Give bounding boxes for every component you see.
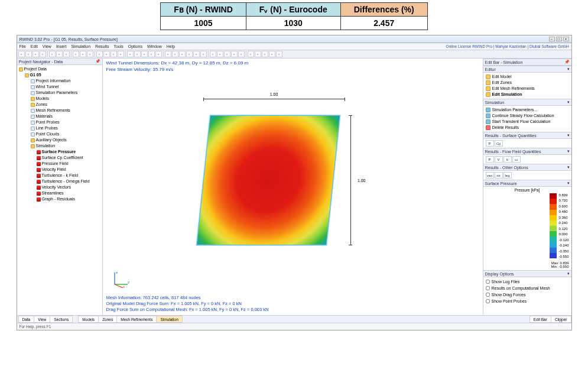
- collapse-icon[interactable]: ▾: [567, 149, 570, 154]
- edit-zones-button[interactable]: Edit Zones: [492, 80, 512, 85]
- edit-mesh-button[interactable]: Edit Mesh Refinements: [492, 86, 535, 90]
- top-icon[interactable]: ▫: [148, 51, 155, 57]
- continue-steady-button[interactable]: Continue Steady Flow Calculation: [492, 113, 554, 118]
- tab-view[interactable]: View: [34, 316, 50, 323]
- pan-icon[interactable]: ▫: [111, 51, 117, 57]
- zoom-win-icon[interactable]: ▫: [103, 51, 110, 57]
- nav-model-root[interactable]: G1 05: [30, 73, 41, 77]
- nav-item[interactable]: Pressure Field: [42, 161, 69, 166]
- mesh-icon[interactable]: ▫: [155, 51, 162, 57]
- undo-icon[interactable]: ▫: [49, 51, 56, 57]
- menu-options[interactable]: Options: [128, 44, 142, 48]
- menu-edit[interactable]: Edit: [31, 44, 38, 48]
- play-icon[interactable]: ▫: [210, 51, 216, 57]
- collapse-icon[interactable]: ▾: [567, 165, 570, 170]
- nav-item[interactable]: Project Information: [36, 79, 71, 83]
- axes-icon[interactable]: ▫: [238, 51, 245, 57]
- zoom-all-icon[interactable]: ▫: [96, 51, 103, 57]
- tab-zones[interactable]: Zones: [98, 316, 117, 323]
- menu-view[interactable]: View: [43, 44, 51, 48]
- snap-icon[interactable]: ▫: [255, 51, 261, 57]
- rotate-icon[interactable]: ▫: [118, 51, 124, 57]
- print-icon[interactable]: ▫: [40, 51, 46, 57]
- sim-params-button[interactable]: Simulation Parameters...: [492, 108, 538, 112]
- save-icon[interactable]: ▫: [33, 51, 39, 57]
- nav-item[interactable]: Zones: [36, 102, 47, 106]
- other-str-button[interactable]: str: [495, 172, 503, 179]
- nav-item[interactable]: Graph - Residuals: [42, 197, 75, 201]
- flow-ω-button[interactable]: ω: [512, 156, 521, 163]
- tab-clipper[interactable]: Clipper: [551, 316, 571, 323]
- nav-item[interactable]: Simulation Parameters: [36, 90, 78, 95]
- redo-icon[interactable]: ▫: [56, 51, 63, 57]
- show-drag-checkbox[interactable]: Show Drag Forces: [486, 291, 569, 298]
- light-icon[interactable]: ▫: [248, 51, 254, 57]
- wire-icon[interactable]: ▫: [165, 51, 171, 57]
- collapse-icon[interactable]: ▾: [567, 67, 570, 72]
- collapse-icon[interactable]: ▾: [567, 100, 570, 105]
- info-icon[interactable]: ▫: [276, 51, 282, 57]
- new-icon[interactable]: ▫: [18, 51, 25, 57]
- nav-item[interactable]: Velocity Vectors: [42, 185, 71, 189]
- flow-k-button[interactable]: k: [503, 156, 512, 163]
- nav-item[interactable]: Surface Pressure: [42, 150, 76, 154]
- tab-simulation[interactable]: Simulation: [156, 316, 182, 323]
- other-vec-button[interactable]: vec: [486, 172, 494, 179]
- nav-item[interactable]: Turbulence - k Field: [42, 173, 79, 177]
- tab-data[interactable]: Data: [18, 316, 35, 323]
- probe-icon[interactable]: ▫: [186, 51, 193, 57]
- open-icon[interactable]: ▫: [25, 51, 32, 57]
- collapse-icon[interactable]: ▾: [567, 181, 570, 186]
- results-on-mesh-checkbox[interactable]: Results on Computational Mesh: [486, 285, 569, 291]
- edit-simulation-button[interactable]: Edit Simulation: [492, 92, 522, 96]
- other-leg-button[interactable]: leg: [503, 172, 512, 179]
- surface-Cp-button[interactable]: Cp: [495, 140, 503, 147]
- menu-window[interactable]: Window: [147, 44, 162, 48]
- minimize-button[interactable]: –: [549, 37, 555, 41]
- start-transient-button[interactable]: Start Transient Flow Calculation: [492, 119, 551, 124]
- maximize-button[interactable]: □: [556, 37, 562, 41]
- paste-icon[interactable]: ▫: [80, 51, 86, 57]
- nav-item[interactable]: Velocity Field: [42, 167, 66, 171]
- menu-simulation[interactable]: Simulation: [71, 44, 90, 48]
- nav-item[interactable]: Materials: [36, 114, 53, 118]
- delete-results-button[interactable]: Delete Results: [492, 125, 519, 129]
- cut-icon[interactable]: ▫: [63, 51, 70, 57]
- close-button[interactable]: ×: [563, 37, 569, 41]
- nav-item[interactable]: Streamlines: [42, 191, 64, 195]
- menu-results[interactable]: Results: [95, 44, 109, 48]
- viewport[interactable]: Wind Tunnel Dimensions: Dx = 42.38 m, Dy…: [103, 59, 483, 315]
- iso-icon[interactable]: ▫: [127, 51, 134, 57]
- legend-icon[interactable]: ▫: [179, 51, 186, 57]
- menu-tools[interactable]: Tools: [113, 44, 123, 48]
- tab-models[interactable]: Models: [78, 316, 99, 323]
- collapse-icon[interactable]: ▾: [567, 133, 570, 138]
- shade-icon[interactable]: ▫: [172, 51, 178, 57]
- note-icon[interactable]: ▫: [262, 51, 268, 57]
- collapse-icon[interactable]: ▾: [567, 271, 570, 276]
- edit-model-button[interactable]: Edit Model: [492, 74, 512, 79]
- pin-icon[interactable]: 📌: [564, 60, 570, 64]
- show-probes-checkbox[interactable]: Show Point Probes: [486, 298, 569, 304]
- nav-item[interactable]: Auxiliary Objects: [36, 138, 67, 142]
- menu-insert[interactable]: Insert: [56, 44, 67, 48]
- find-icon[interactable]: ▫: [87, 51, 93, 57]
- tag-icon[interactable]: ▫: [269, 51, 275, 57]
- surface-P-button[interactable]: P: [486, 140, 494, 147]
- tab-editbar[interactable]: Edit Bar: [529, 316, 551, 323]
- nav-item[interactable]: Turbulence - Omega Field: [42, 179, 90, 183]
- nav-item[interactable]: Wind Tunnel: [36, 85, 59, 89]
- flow-P-button[interactable]: P: [486, 156, 494, 163]
- nav-item[interactable]: Surface Cp Coefficient: [42, 155, 83, 160]
- flow-V-button[interactable]: V: [495, 156, 503, 163]
- rec-icon[interactable]: ▫: [224, 51, 230, 57]
- nav-item[interactable]: Models: [36, 96, 50, 100]
- stop-icon[interactable]: ▫: [217, 51, 223, 57]
- nav-item[interactable]: Simulation: [36, 144, 56, 148]
- menu-file[interactable]: File: [20, 44, 26, 48]
- tab-mesh-refinements[interactable]: Mesh Refinements: [116, 316, 157, 323]
- cfg-icon[interactable]: ▫: [200, 51, 207, 57]
- nav-item[interactable]: Line Probes: [36, 126, 58, 130]
- copy-icon[interactable]: ▫: [73, 51, 79, 57]
- navigator-pin-icon[interactable]: 📌: [95, 59, 100, 64]
